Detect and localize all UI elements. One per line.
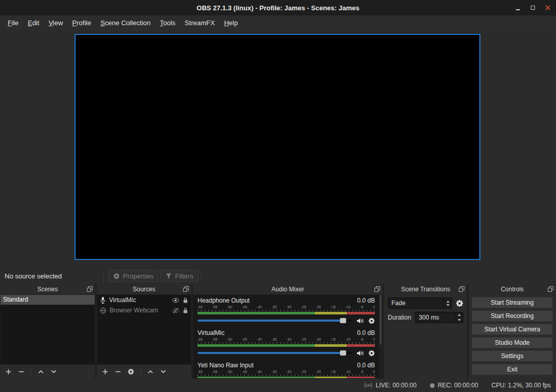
filters-button[interactable]: Filters (160, 270, 198, 282)
duration-spinbox[interactable]: 300 ms (415, 312, 463, 323)
close-button[interactable] (545, 4, 551, 11)
transition-properties-button[interactable] (456, 300, 463, 307)
no-source-selected-label: No source selected (0, 272, 101, 280)
volume-slider[interactable] (198, 320, 352, 322)
meter-scale-tick: -55 (212, 305, 218, 309)
mixer-strip: Yeti Nano Raw Input 0.0 dB -60-55-50-45-… (198, 362, 375, 379)
volume-slider-fill (198, 320, 343, 322)
visibility-eye-icon[interactable] (172, 297, 180, 303)
duration-increment-button[interactable] (455, 312, 463, 318)
mixer-scrollbar-thumb[interactable] (380, 295, 382, 345)
scenes-dock-header: Scenes (0, 284, 95, 294)
lock-icon[interactable] (183, 297, 188, 304)
mixer-strip-head: Headphone Output 0.0 dB (198, 297, 375, 305)
sources-dock: Sources VirtualMic Browser Webcam (97, 284, 191, 379)
cpu-fps-stats: CPU: 1.2%, 30.00 fps (492, 382, 551, 389)
menu-view[interactable]: View (44, 15, 67, 30)
move-source-down-button[interactable] (160, 368, 167, 375)
start-streaming-button[interactable]: Start Streaming (472, 297, 553, 308)
meter-scale-tick: -5 (360, 370, 363, 374)
visibility-eye-off-icon[interactable] (172, 308, 180, 313)
source-list-item[interactable]: VirtualMic (97, 295, 191, 305)
menu-file[interactable]: File (3, 15, 23, 30)
spin-up-icon (446, 301, 450, 303)
preview-canvas[interactable] (75, 34, 480, 260)
menu-help[interactable]: Help (220, 15, 243, 30)
minus-icon (18, 368, 25, 375)
add-source-button[interactable] (102, 368, 109, 375)
start-virtual-camera-button[interactable]: Start Virtual Camera (472, 324, 553, 335)
settings-button[interactable]: Settings (472, 350, 553, 362)
gear-icon (368, 350, 375, 357)
meter-scale-tick: -50 (227, 338, 232, 342)
menubar: File Edit View Profile Scene Collection … (0, 15, 556, 30)
move-source-up-button[interactable] (147, 368, 154, 375)
popout-icon[interactable] (459, 286, 464, 292)
volume-slider-handle[interactable] (340, 318, 346, 323)
meter-scale-tick: -35 (272, 338, 277, 342)
popout-icon[interactable] (183, 286, 189, 292)
mixer-scrollbar[interactable] (379, 295, 382, 378)
broadcast-icon (364, 382, 372, 388)
titlebar: OBS 27.1.3 (linux) - Profile: James - Sc… (0, 0, 556, 15)
mixer-db-value: 0.0 dB (357, 362, 375, 369)
menu-tools[interactable]: Tools (155, 15, 180, 30)
sources-list: VirtualMic Browser Webcam (97, 294, 191, 365)
maximize-button[interactable] (530, 4, 536, 11)
move-scene-up-button[interactable] (38, 368, 44, 375)
scenes-list: Standard (0, 294, 95, 365)
studio-mode-button[interactable]: Studio Mode (472, 337, 553, 348)
exit-button[interactable]: Exit (472, 364, 553, 375)
docks-row: Scenes Standard Sources (0, 284, 556, 379)
rec-status: REC: 00:00:00 (430, 382, 478, 389)
volume-slider-handle[interactable] (340, 350, 346, 356)
meter-scale-tick: -60 (198, 370, 203, 374)
meter-scale-tick: -55 (212, 338, 218, 342)
mute-button[interactable] (356, 318, 364, 324)
remove-source-button[interactable] (115, 368, 121, 375)
start-recording-button[interactable]: Start Recording (472, 310, 553, 322)
lock-icon[interactable] (183, 307, 188, 314)
meter-tick-marks (198, 375, 375, 376)
properties-button[interactable]: Properties (108, 270, 158, 282)
remove-scene-button[interactable] (18, 368, 25, 375)
meter-scale-tick: -30 (286, 370, 291, 374)
duration-decrement-button[interactable] (455, 318, 463, 323)
scene-transitions-dock: Scene Transitions Fade Duration (384, 284, 467, 379)
source-list-item[interactable]: Browser Webcam (97, 305, 191, 315)
mute-button[interactable] (356, 350, 364, 357)
mixer-options-button[interactable] (368, 350, 375, 357)
menu-streamfx[interactable]: StreamFX (180, 15, 220, 30)
add-scene-button[interactable] (5, 368, 12, 375)
scene-transitions-title: Scene Transitions (401, 286, 450, 293)
volume-slider[interactable] (198, 352, 352, 354)
statusbar: LIVE: 00:00:00 REC: 00:00:00 CPU: 1.2%, … (0, 379, 556, 392)
meter-scale-tick: -5 (360, 338, 363, 342)
popout-icon[interactable] (87, 286, 93, 292)
transition-select-spinner[interactable] (443, 298, 452, 308)
popout-icon[interactable] (374, 286, 380, 292)
rec-time: REC: 00:00:00 (438, 382, 478, 389)
menu-profile[interactable]: Profile (67, 15, 96, 30)
transition-duration-row: Duration 300 ms (388, 312, 463, 323)
mixer-options-button[interactable] (368, 318, 375, 324)
duration-spin-arrows (455, 312, 463, 323)
mixer-strip-controls (198, 349, 375, 357)
meter-scale-tick: -50 (227, 370, 232, 374)
menu-edit[interactable]: Edit (23, 15, 44, 30)
duration-label: Duration (388, 314, 411, 321)
source-properties-button[interactable] (128, 368, 134, 375)
controls-dock-title: Controls (501, 286, 524, 293)
scene-list-item[interactable]: Standard (1, 295, 95, 305)
meter-scale-tick: -40 (257, 305, 262, 309)
menu-scene-collection[interactable]: Scene Collection (96, 15, 155, 30)
scene-transitions-body: Fade Duration 300 ms (384, 294, 467, 326)
scene-transitions-header: Scene Transitions (384, 284, 467, 294)
plus-icon (5, 368, 12, 375)
minimize-button[interactable] (515, 4, 521, 11)
minimize-icon (516, 9, 520, 10)
popout-icon[interactable] (548, 286, 553, 292)
mixer-strip: Headphone Output 0.0 dB -60-55-50-45-40-… (198, 297, 375, 324)
transition-select[interactable]: Fade (388, 297, 452, 309)
move-scene-down-button[interactable] (50, 368, 57, 375)
